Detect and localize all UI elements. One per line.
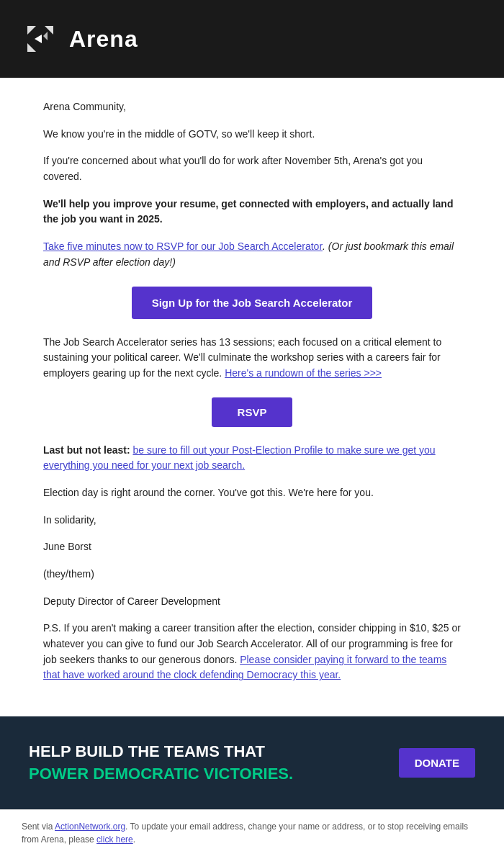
last-paragraph: Last but not least: be sure to fill out … [43,443,461,474]
email-body: Arena Community, We know you're in the m… [0,78,504,709]
cta-button-container: Sign Up for the Job Search Accelerator [43,287,461,319]
svg-marker-3 [35,35,42,43]
click-here-link[interactable]: click here [96,834,133,845]
footer-sent-via: Sent via [22,822,55,832]
email-footer: Sent via ActionNetwork.org. To update yo… [0,809,504,846]
signer-pronouns: (they/them) [43,567,461,582]
series-link[interactable]: Here's a rundown of the series >>> [225,367,382,379]
donate-banner: HELP BUILD THE TEAMS THAT POWER DEMOCRAT… [0,716,504,809]
banner-title-line1: HELP BUILD THE TEAMS THAT [29,742,377,761]
signup-button[interactable]: Sign Up for the Job Search Accelerator [132,287,373,319]
last-but-text: Last but not least: [43,444,132,456]
email-header: Arena [0,0,504,78]
rsvp-button-container: RSVP [43,397,461,427]
banner-title-line2: POWER DEMOCRATIC VICTORIES. [29,765,377,783]
email-container: Arena Arena Community, We know you're in… [0,0,504,846]
donate-button[interactable]: DONATE [399,748,475,778]
paragraph-1: We know you're in the middle of GOTV, so… [43,127,461,143]
ps-paragraph: P.S. If you aren't making a career trans… [43,621,461,683]
signer-name: June Borst [43,539,461,555]
svg-marker-0 [27,26,36,35]
solidarity-text: In solidarity, [43,513,461,528]
svg-marker-4 [43,32,48,40]
arena-logo-text: Arena [69,26,138,53]
svg-marker-2 [27,43,36,52]
action-network-link[interactable]: ActionNetwork.org [55,822,125,832]
greeting-text: Arena Community, [43,99,461,115]
paragraph-2: If you're concerned about what you'll do… [43,153,461,184]
series-paragraph: The Job Search Accelerator series has 13… [43,335,461,382]
paragraph-4: Take five minutes now to RSVP for our Jo… [43,239,461,270]
rsvp-button[interactable]: RSVP [212,397,293,427]
paragraph-3-bold: We'll help you improve your resume, get … [43,197,461,228]
rsvp-link[interactable]: Take five minutes now to RSVP for our Jo… [43,240,323,252]
arena-logo-icon [22,20,59,58]
footer-period: . [133,834,135,845]
banner-text: HELP BUILD THE TEAMS THAT POWER DEMOCRAT… [29,742,377,783]
signer-title: Deputy Director of Career Development [43,594,461,610]
election-day-text: Election day is right around the corner.… [43,485,461,501]
